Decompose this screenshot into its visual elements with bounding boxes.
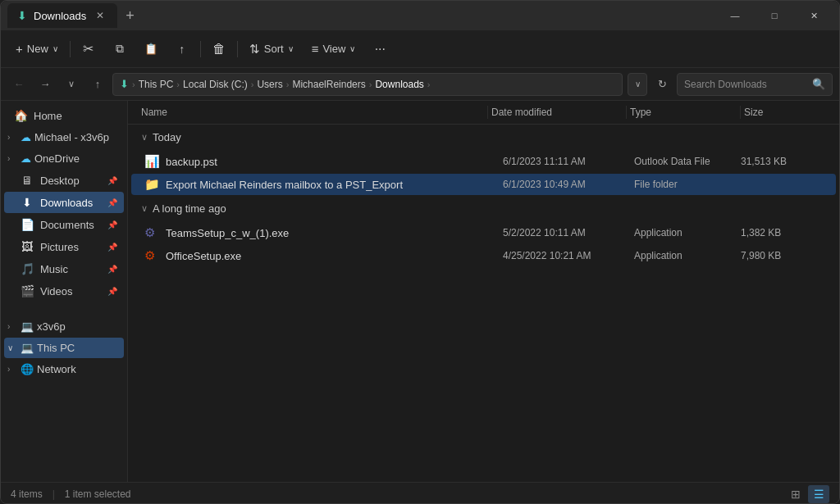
- file-icon-teams: ⚙: [144, 225, 159, 240]
- file-icon-export-folder: 📁: [144, 177, 159, 192]
- search-icon: 🔍: [812, 78, 825, 90]
- address-bar: ← → ∨ ↑ ⬇ › This PC › Local Disk (C:) › …: [1, 68, 839, 101]
- pin-icon-music: 📌: [107, 265, 117, 274]
- details-view-button[interactable]: ⊞: [785, 485, 806, 503]
- group-header-today: ∨ Today: [128, 125, 839, 150]
- file-row-backup-pst[interactable]: 📊 backup.pst 6/1/2023 11:11 AM Outlook D…: [131, 151, 836, 172]
- file-size-office: 7,980 KB: [741, 250, 823, 261]
- sidebar-item-downloads[interactable]: ⬇ Downloads 📌: [4, 192, 124, 213]
- minimize-button[interactable]: —: [716, 1, 754, 30]
- share-button[interactable]: ↑: [167, 34, 197, 64]
- onedrive-icon: ☁: [21, 152, 31, 165]
- pin-icon-videos: 📌: [107, 287, 117, 296]
- file-type-export-folder: File folder: [634, 179, 741, 190]
- file-row-office-setup[interactable]: ⚙ OfficeSetup.exe 4/25/2022 10:21 AM App…: [131, 245, 836, 266]
- toolbar: + New ∨ ✂ ⧉ 📋 ↑ 🗑 ⇅ Sort ∨ ≡ View ∨ ···: [1, 30, 839, 68]
- tab-title: Downloads: [34, 10, 86, 22]
- breadcrumb-users[interactable]: Users: [257, 79, 282, 90]
- sidebar-item-desktop[interactable]: 🖥 Desktop 📌: [4, 170, 124, 191]
- status-view-controls: ⊞ ☰: [785, 485, 829, 503]
- sidebar-item-x3v6p[interactable]: › 💻 x3v6p: [4, 316, 124, 337]
- sidebar-label-downloads: Downloads: [40, 197, 93, 209]
- sidebar-item-network[interactable]: › 🌐 Network: [4, 359, 124, 379]
- up-button[interactable]: ↑: [86, 73, 109, 96]
- network-icon: 🌐: [21, 363, 34, 375]
- group-collapse-icon-longtime[interactable]: ∨: [141, 203, 148, 214]
- col-header-size: Size: [744, 107, 826, 118]
- delete-button[interactable]: 🗑: [204, 34, 234, 64]
- sidebar-label-home: Home: [34, 110, 62, 122]
- col-divider-3: [740, 106, 741, 119]
- breadcrumb-thispc[interactable]: This PC: [139, 79, 174, 90]
- active-tab[interactable]: ⬇ Downloads ✕: [7, 3, 117, 28]
- refresh-icon: ↻: [658, 78, 667, 90]
- sidebar-label-music: Music: [40, 263, 68, 275]
- sidebar-item-music[interactable]: 🎵 Music 📌: [4, 258, 124, 279]
- sidebar-label-documents: Documents: [40, 219, 94, 231]
- sort-button[interactable]: ⇅ Sort ∨: [241, 38, 302, 61]
- new-icon: +: [16, 42, 23, 56]
- refresh-button[interactable]: ↻: [651, 73, 673, 96]
- maximize-button[interactable]: □: [756, 1, 793, 30]
- sidebar-label-pictures: Pictures: [40, 241, 79, 253]
- add-tab-button[interactable]: +: [121, 6, 139, 26]
- tab-close-button[interactable]: ✕: [93, 8, 107, 23]
- status-selected: 1 item selected: [65, 488, 131, 500]
- breadcrumb-current: Downloads: [375, 79, 423, 90]
- forward-button[interactable]: →: [34, 73, 57, 96]
- expand-icon-pc: ∨: [7, 343, 17, 352]
- view-dropdown-icon: ∨: [349, 44, 355, 53]
- sidebar-item-pictures[interactable]: 🖼 Pictures 📌: [4, 236, 124, 257]
- search-input[interactable]: [684, 79, 807, 90]
- status-separator: |: [52, 488, 55, 500]
- pin-icon-downloads: 📌: [107, 198, 117, 207]
- tab-icon: ⬇: [17, 9, 27, 22]
- breadcrumb-bar[interactable]: ⬇ › This PC › Local Disk (C:) › Users › …: [112, 73, 623, 96]
- more-button[interactable]: ···: [365, 34, 395, 64]
- more-icon: ···: [375, 42, 386, 57]
- sidebar-label-michael: Michael - x3v6p: [34, 131, 109, 143]
- group-collapse-icon-today[interactable]: ∨: [141, 132, 148, 143]
- desktop-icon: 🖥: [21, 174, 34, 187]
- breadcrumb-localdisk[interactable]: Local Disk (C:): [183, 79, 248, 90]
- details-view-icon: ⊞: [791, 488, 801, 501]
- breadcrumb-dropdown-icon: ∨: [635, 79, 641, 89]
- file-area: Name Date modified Type Size ∨ Today 📊 b…: [128, 101, 839, 482]
- sidebar-item-thispc[interactable]: ∨ 💻 This PC: [4, 338, 124, 358]
- expand-icon-x3: ›: [7, 322, 17, 331]
- up-icon: ↑: [95, 78, 101, 90]
- cut-button[interactable]: ✂: [74, 34, 103, 64]
- sidebar-item-videos[interactable]: 🎬 Videos 📌: [4, 280, 124, 302]
- back-button[interactable]: ←: [7, 73, 30, 96]
- michael-icon: ☁: [21, 131, 31, 143]
- documents-icon: 📄: [21, 218, 34, 231]
- close-button[interactable]: ✕: [795, 1, 833, 30]
- new-button[interactable]: + New ∨: [7, 38, 66, 60]
- view-label: View: [322, 43, 345, 55]
- sidebar-item-home[interactable]: 🏠 Home: [4, 105, 124, 126]
- pictures-icon: 🖼: [21, 240, 34, 253]
- breadcrumb-dropdown[interactable]: ∨: [628, 73, 647, 96]
- file-date-export-folder: 6/1/2023 10:49 AM: [503, 179, 634, 190]
- search-box[interactable]: 🔍: [677, 73, 833, 96]
- sidebar-item-documents[interactable]: 📄 Documents 📌: [4, 214, 124, 235]
- file-row-teams-setup[interactable]: ⚙ TeamsSetup_c_w_(1).exe 5/2/2022 10:11 …: [131, 222, 836, 243]
- file-row-export-folder[interactable]: 📁 Export Michael Reinders mailbox to a P…: [131, 174, 836, 195]
- copy-button[interactable]: ⧉: [105, 34, 135, 64]
- sidebar-label-x3v6p: x3v6p: [37, 320, 66, 333]
- sidebar-item-onedrive[interactable]: › ☁ OneDrive: [4, 148, 124, 169]
- file-date-teams: 5/2/2022 10:11 AM: [503, 227, 634, 238]
- file-size-backup-pst: 31,513 KB: [741, 156, 823, 167]
- status-bar: 4 items | 1 item selected ⊞ ☰: [1, 482, 839, 504]
- delete-icon: 🗑: [212, 42, 226, 57]
- paste-button[interactable]: 📋: [136, 34, 166, 64]
- main-layout: 🏠 Home › ☁ Michael - x3v6p › ☁ OneDrive …: [1, 101, 839, 482]
- sidebar-item-michael[interactable]: › ☁ Michael - x3v6p: [4, 127, 124, 148]
- paste-icon: 📋: [144, 43, 158, 55]
- pin-icon-documents: 📌: [107, 220, 117, 229]
- breadcrumb-username[interactable]: MichaelReinders: [292, 79, 365, 90]
- view-button[interactable]: ≡ View ∨: [304, 38, 364, 60]
- file-icon-office: ⚙: [144, 248, 159, 263]
- list-view-button[interactable]: ☰: [808, 485, 829, 503]
- recent-button[interactable]: ∨: [60, 73, 83, 96]
